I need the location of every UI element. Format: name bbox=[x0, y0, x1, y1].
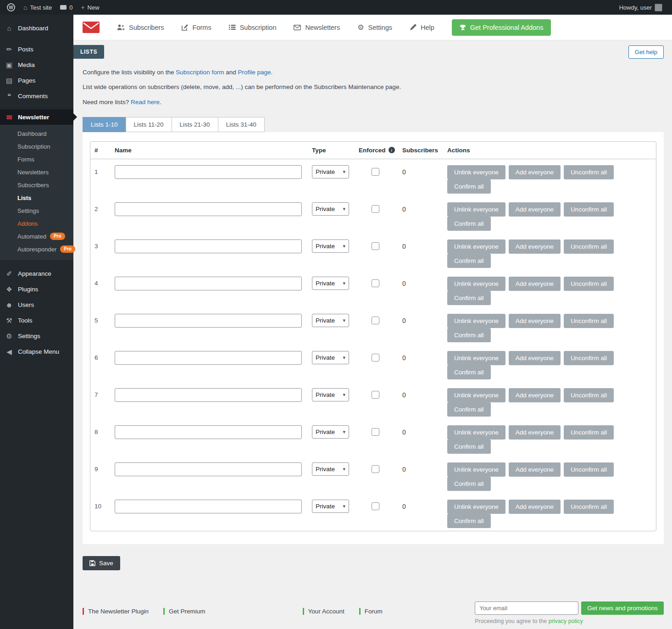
sidebar-subitem-addons[interactable]: Addons bbox=[0, 217, 73, 230]
confirm-all-button[interactable]: Confirm all bbox=[447, 402, 491, 417]
unlink-everyone-button[interactable]: Unlink everyone bbox=[447, 500, 505, 514]
sidebar-subitem-newsletters[interactable]: Newsletters bbox=[0, 166, 73, 178]
add-everyone-button[interactable]: Add everyone bbox=[509, 462, 561, 477]
unlink-everyone-button[interactable]: Unlink everyone bbox=[447, 314, 505, 328]
unlink-everyone-button[interactable]: Unlink everyone bbox=[447, 277, 505, 291]
privacy-policy-link[interactable]: privacy policy bbox=[549, 618, 583, 624]
profile-page-link[interactable]: Profile page bbox=[238, 69, 271, 76]
nav-subscribers[interactable]: Subscribers bbox=[117, 24, 164, 31]
unconfirm-all-button[interactable]: Unconfirm all bbox=[564, 351, 614, 365]
confirm-all-button[interactable]: Confirm all bbox=[447, 291, 491, 305]
unconfirm-all-button[interactable]: Unconfirm all bbox=[564, 388, 614, 402]
type-select[interactable]: Private▾ bbox=[312, 388, 349, 401]
sidebar-item-comments[interactable]: ❝Comments bbox=[0, 88, 73, 104]
unconfirm-all-button[interactable]: Unconfirm all bbox=[564, 277, 614, 291]
sidebar-subitem-forms[interactable]: Forms bbox=[0, 153, 73, 166]
sidebar-item-dashboard[interactable]: ⌂Dashboard bbox=[0, 20, 73, 36]
subscribe-button[interactable]: Get news and promotions bbox=[581, 601, 664, 615]
tab-lists-21-30[interactable]: Lists 21-30 bbox=[172, 117, 218, 132]
list-name-input[interactable] bbox=[115, 239, 302, 253]
type-select[interactable]: Private▾ bbox=[312, 462, 349, 476]
get-help-button[interactable]: Get help bbox=[628, 45, 664, 59]
unlink-everyone-button[interactable]: Unlink everyone bbox=[447, 165, 505, 179]
confirm-all-button[interactable]: Confirm all bbox=[447, 328, 491, 342]
sidebar-item-collapse-menu[interactable]: ◀Collapse Menu bbox=[0, 344, 73, 359]
newsletter-email-input[interactable] bbox=[475, 601, 578, 615]
confirm-all-button[interactable]: Confirm all bbox=[447, 365, 491, 379]
sidebar-subitem-dashboard[interactable]: Dashboard bbox=[0, 127, 73, 140]
enforced-checkbox[interactable] bbox=[372, 428, 379, 436]
type-select[interactable]: Private▾ bbox=[312, 165, 349, 178]
account-menu[interactable]: Howdy, user bbox=[615, 0, 666, 15]
list-name-input[interactable] bbox=[115, 425, 302, 439]
unconfirm-all-button[interactable]: Unconfirm all bbox=[564, 202, 614, 217]
type-select[interactable]: Private▾ bbox=[312, 425, 349, 439]
enforced-checkbox[interactable] bbox=[372, 242, 379, 250]
sidebar-subitem-subscribers[interactable]: Subscribers bbox=[0, 178, 73, 191]
tab-lists-1-10[interactable]: Lists 1-10 bbox=[83, 117, 126, 132]
enforced-checkbox[interactable] bbox=[372, 205, 379, 213]
enforced-checkbox[interactable] bbox=[372, 168, 379, 176]
wp-logo[interactable]: W bbox=[3, 0, 19, 15]
sidebar-item-posts[interactable]: ✏Posts bbox=[0, 41, 73, 57]
add-everyone-button[interactable]: Add everyone bbox=[509, 314, 561, 328]
type-select[interactable]: Private▾ bbox=[312, 202, 349, 216]
unconfirm-all-button[interactable]: Unconfirm all bbox=[564, 314, 614, 328]
enforced-checkbox[interactable] bbox=[372, 391, 379, 399]
sidebar-subitem-subscription[interactable]: Subscription bbox=[0, 140, 73, 153]
sidebar-subitem-lists[interactable]: Lists bbox=[0, 191, 73, 204]
unlink-everyone-button[interactable]: Unlink everyone bbox=[447, 462, 505, 477]
confirm-all-button[interactable]: Confirm all bbox=[447, 217, 491, 231]
save-button[interactable]: Save bbox=[83, 556, 120, 570]
sidebar-item-users[interactable]: ☻Users bbox=[0, 297, 73, 312]
sidebar-subitem-automated[interactable]: AutomatedPro bbox=[0, 230, 73, 243]
comments-count[interactable]: 0 bbox=[56, 0, 77, 15]
sidebar-item-settings[interactable]: ⚙Settings bbox=[0, 328, 73, 344]
unlink-everyone-button[interactable]: Unlink everyone bbox=[447, 388, 505, 402]
confirm-all-button[interactable]: Confirm all bbox=[447, 440, 491, 454]
add-everyone-button[interactable]: Add everyone bbox=[509, 277, 561, 291]
sidebar-item-appearance[interactable]: ✐Appearance bbox=[0, 266, 73, 281]
unlink-everyone-button[interactable]: Unlink everyone bbox=[447, 239, 505, 254]
type-select[interactable]: Private▾ bbox=[312, 239, 349, 253]
confirm-all-button[interactable]: Confirm all bbox=[447, 179, 491, 194]
unlink-everyone-button[interactable]: Unlink everyone bbox=[447, 425, 505, 440]
unconfirm-all-button[interactable]: Unconfirm all bbox=[564, 239, 614, 254]
list-name-input[interactable] bbox=[115, 388, 302, 402]
list-name-input[interactable] bbox=[115, 202, 302, 216]
list-name-input[interactable] bbox=[115, 277, 302, 290]
nav-settings[interactable]: ⚙ Settings bbox=[357, 24, 392, 31]
list-name-input[interactable] bbox=[115, 351, 302, 365]
footer-link-forum[interactable]: Forum bbox=[359, 608, 383, 615]
enforced-checkbox[interactable] bbox=[372, 279, 379, 287]
add-everyone-button[interactable]: Add everyone bbox=[509, 165, 561, 179]
confirm-all-button[interactable]: Confirm all bbox=[447, 477, 491, 491]
unconfirm-all-button[interactable]: Unconfirm all bbox=[564, 500, 614, 514]
sidebar-item-plugins[interactable]: ❖Plugins bbox=[0, 281, 73, 297]
info-icon[interactable]: i bbox=[389, 147, 395, 153]
add-everyone-button[interactable]: Add everyone bbox=[509, 388, 561, 402]
footer-link-the-newsletter-plugin[interactable]: The Newsletter Plugin bbox=[83, 608, 149, 615]
unconfirm-all-button[interactable]: Unconfirm all bbox=[564, 425, 614, 440]
enforced-checkbox[interactable] bbox=[372, 317, 379, 324]
site-name-link[interactable]: ⌂Test site bbox=[19, 0, 56, 15]
add-everyone-button[interactable]: Add everyone bbox=[509, 500, 561, 514]
read-here-link[interactable]: Read here bbox=[131, 99, 160, 106]
sidebar-subitem-autoresponder[interactable]: AutoresponderPro bbox=[0, 243, 73, 256]
add-everyone-button[interactable]: Add everyone bbox=[509, 351, 561, 365]
unconfirm-all-button[interactable]: Unconfirm all bbox=[564, 165, 614, 179]
list-name-input[interactable] bbox=[115, 165, 302, 179]
nav-help[interactable]: Help bbox=[410, 24, 434, 31]
sidebar-item-pages[interactable]: ▤Pages bbox=[0, 72, 73, 88]
sidebar-item-tools[interactable]: ⚒Tools bbox=[0, 312, 73, 328]
type-select[interactable]: Private▾ bbox=[312, 277, 349, 290]
tab-lists-11-20[interactable]: Lists 11-20 bbox=[126, 117, 172, 132]
confirm-all-button[interactable]: Confirm all bbox=[447, 254, 491, 268]
nav-forms[interactable]: Forms bbox=[182, 24, 211, 31]
unlink-everyone-button[interactable]: Unlink everyone bbox=[447, 202, 505, 217]
type-select[interactable]: Private▾ bbox=[312, 351, 349, 364]
list-name-input[interactable] bbox=[115, 500, 302, 513]
add-everyone-button[interactable]: Add everyone bbox=[509, 239, 561, 254]
list-name-input[interactable] bbox=[115, 314, 302, 328]
confirm-all-button[interactable]: Confirm all bbox=[447, 514, 491, 528]
